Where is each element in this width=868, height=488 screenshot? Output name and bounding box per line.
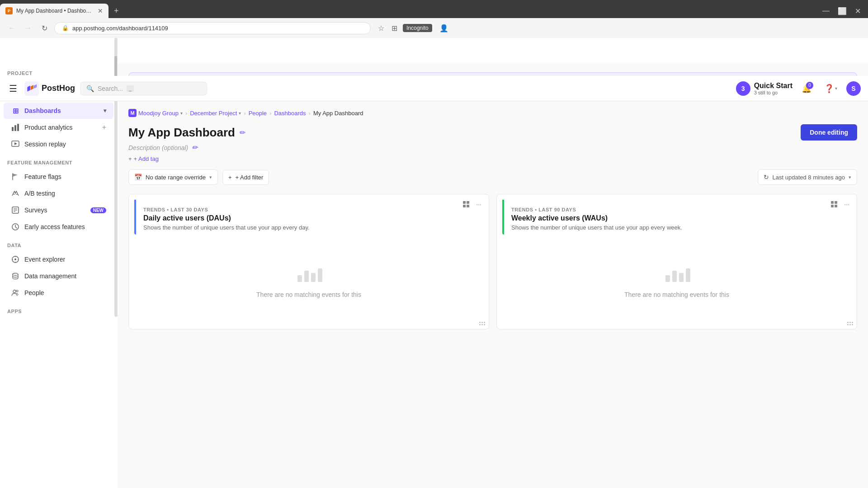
sidebar-item-early-access[interactable]: Early access features (4, 219, 113, 235)
breadcrumb-moodjoy[interactable]: M Moodjoy Group ▾ (128, 109, 183, 117)
add-tag-btn[interactable]: + + Add tag (128, 155, 857, 162)
edit-description-btn[interactable]: ✏ (192, 143, 198, 152)
dau-card: TRENDS • LAST 30 DAYS Daily active users… (128, 194, 489, 329)
feature-flags-icon (11, 172, 20, 181)
last-updated-label: Last updated 8 minutes ago (773, 174, 845, 181)
description-row[interactable]: Description (optional) ✏ (128, 143, 857, 152)
sidebar-item-ab-testing[interactable]: A/B testing (4, 185, 113, 202)
search-placeholder: Search... (98, 85, 123, 92)
dau-empty-text: There are no matching events for this (256, 291, 361, 298)
url-bar[interactable]: 🔒 app.posthog.com/dashboard/114109 (54, 22, 371, 34)
feature-management-section-label: FEATURE MANAGEMENT (0, 153, 117, 168)
hamburger-menu-btn[interactable]: ☰ (7, 81, 19, 96)
window-maximize-btn[interactable]: ⬜ (834, 6, 850, 16)
svg-rect-24 (835, 205, 837, 207)
reload-btn[interactable]: ↻ (38, 22, 51, 34)
sidebar-item-data-management[interactable]: Data management (4, 268, 113, 284)
profile-icon[interactable]: 👤 (439, 24, 448, 33)
logo-text: PostHog (42, 84, 75, 93)
svg-point-10 (13, 273, 18, 276)
people-label: People (24, 289, 106, 296)
tab-bar: P My App Dashboard • Dashboar... ✕ + — ⬜… (0, 0, 868, 18)
extend-icon[interactable]: ⊞ (392, 24, 397, 33)
notifications-btn[interactable]: 🔔 0 (798, 82, 815, 95)
svg-rect-21 (831, 201, 834, 204)
sidebar-item-product-analytics[interactable]: Product analytics + (4, 119, 113, 136)
breadcrumb-december-project[interactable]: December Project ▾ (190, 110, 241, 117)
back-btn[interactable]: ← (5, 22, 18, 34)
search-icon: 🔍 (86, 85, 94, 92)
chevron-icon-2: ▾ (239, 111, 241, 116)
new-tab-btn[interactable]: + (110, 6, 123, 16)
product-analytics-add-icon[interactable]: + (102, 123, 106, 131)
forward-btn[interactable]: → (22, 22, 34, 34)
svg-rect-23 (831, 205, 834, 207)
apps-section-label: APPS (0, 301, 117, 317)
browser-window: P My App Dashboard • Dashboar... ✕ + — ⬜… (0, 0, 868, 38)
svg-rect-22 (835, 201, 837, 204)
dashboard-toolbar: 📅 No date range override ▾ + + Add filte… (128, 169, 857, 185)
top-nav: ☰ PostHog 🔍 Search... _ 3 Quick Start 3 … (0, 76, 868, 101)
add-tag-label: + Add tag (134, 155, 159, 162)
last-updated-indicator[interactable]: ↻ Last updated 8 minutes ago ▾ (758, 169, 857, 185)
user-avatar[interactable]: S (846, 81, 861, 96)
dashboards-label: Dashboards (24, 107, 99, 114)
wau-card-layout-btn[interactable] (829, 200, 840, 210)
breadcrumb-sep-2: › (244, 110, 245, 117)
quick-start-widget[interactable]: 3 Quick Start 3 still to go (736, 81, 793, 96)
svg-point-12 (16, 290, 18, 292)
svg-rect-2 (14, 125, 16, 131)
dashboard-cards-grid: TRENDS • LAST 30 DAYS Daily active users… (128, 194, 857, 329)
posthog-logo[interactable]: PostHog (24, 81, 75, 96)
tab-close-btn[interactable]: ✕ (98, 7, 103, 14)
sidebar-item-surveys[interactable]: Surveys NEW (4, 202, 113, 218)
refresh-icon: ↻ (764, 174, 769, 181)
wau-card-title: Weekly active users (WAUs) (511, 214, 844, 222)
tab-favicon: P (5, 7, 13, 14)
sidebar-item-session-replay[interactable]: Session replay (4, 136, 113, 152)
edit-title-btn[interactable]: ✏ (240, 128, 245, 137)
window-minimize-btn[interactable]: — (819, 6, 833, 16)
feature-flags-label: Feature flags (24, 173, 106, 180)
search-bar[interactable]: 🔍 Search... _ (80, 82, 207, 95)
dashboards-arrow-icon: ▾ (104, 108, 106, 114)
sidebar-item-people[interactable]: People (4, 285, 113, 301)
svg-rect-13 (463, 201, 466, 204)
sidebar-item-dashboards[interactable]: ⊞ Dashboards ▾ (4, 103, 113, 119)
dau-card-layout-btn[interactable] (461, 200, 472, 210)
add-tag-icon: + (128, 155, 132, 162)
breadcrumb-people[interactable]: People (249, 110, 267, 117)
svg-rect-16 (467, 205, 469, 207)
bookmark-icon[interactable]: ☆ (378, 24, 384, 33)
dau-card-drag-handle[interactable] (479, 322, 485, 325)
dau-card-more-btn[interactable]: ··· (474, 200, 483, 210)
main-content: ℹ Get more out of PostHog by inviting yo… (118, 63, 868, 488)
breadcrumb-dashboards[interactable]: Dashboards (274, 110, 306, 117)
dau-card-header: TRENDS • LAST 30 DAYS Daily active users… (134, 200, 483, 235)
breadcrumb-sep-1: › (185, 110, 187, 117)
window-close-btn[interactable]: ✕ (851, 6, 864, 16)
sidebar-item-feature-flags[interactable]: Feature flags (4, 169, 113, 185)
dau-card-description: Shows the number of unique users that us… (143, 224, 476, 231)
date-range-filter[interactable]: 📅 No date range override ▾ (128, 169, 218, 185)
svg-rect-15 (463, 205, 466, 207)
done-editing-btn[interactable]: Done editing (801, 124, 857, 141)
event-explorer-label: Event explorer (24, 256, 106, 263)
wau-card-more-btn[interactable]: ··· (842, 200, 851, 210)
wau-card-empty-state: There are no matching events for this (497, 235, 857, 316)
wau-card-drag-handle[interactable] (847, 322, 853, 325)
dau-empty-chart-icon (295, 262, 322, 286)
svg-rect-27 (679, 273, 684, 282)
active-tab[interactable]: P My App Dashboard • Dashboar... ✕ (0, 4, 108, 18)
search-shortcut: _ (127, 85, 134, 92)
add-filter-btn[interactable]: + + Add filter (222, 170, 269, 185)
product-analytics-icon (11, 123, 20, 132)
svg-rect-14 (467, 201, 469, 204)
url-text: app.posthog.com/dashboard/114109 (72, 25, 168, 32)
sidebar-item-event-explorer[interactable]: Event explorer (4, 251, 113, 267)
tab-title: My App Dashboard • Dashboar... (16, 8, 94, 14)
svg-rect-26 (672, 271, 677, 282)
help-btn[interactable]: ❓ ▾ (821, 82, 841, 95)
breadcrumb-sep-3: › (269, 110, 271, 117)
svg-rect-25 (665, 275, 670, 282)
